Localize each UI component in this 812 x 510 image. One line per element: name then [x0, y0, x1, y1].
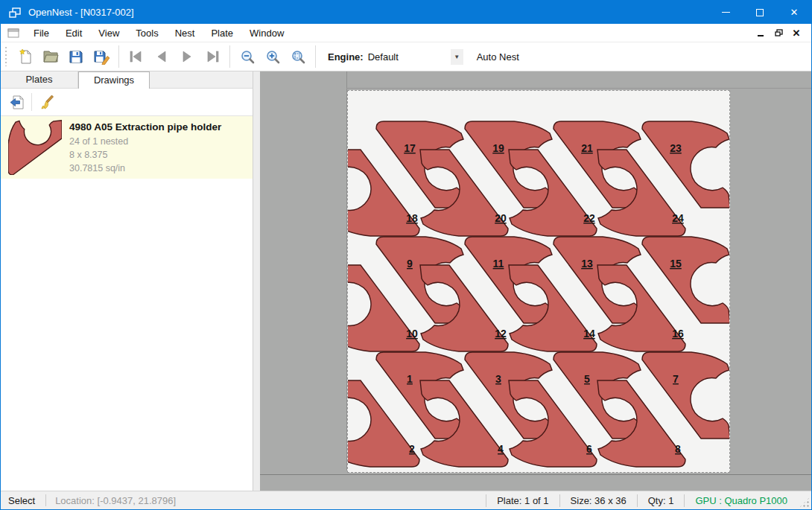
drawing-list-empty-area: [1, 179, 253, 491]
menu-plate[interactable]: Plate: [203, 25, 241, 41]
title-bar: OpenNest - [N0317-002] ✕: [1, 1, 811, 24]
auto-nest-button[interactable]: Auto Nest: [472, 48, 524, 66]
plate-sheet[interactable]: 171819202122232491011121314151612345678: [347, 90, 730, 473]
part-number-label: 24: [672, 212, 684, 224]
main-area: Plates Drawings: [1, 71, 811, 491]
tab-drawings[interactable]: Drawings: [78, 71, 150, 89]
drawing-list-item[interactable]: 4980 A05 Extraction pipe holder 24 of 1 …: [1, 116, 253, 179]
maximize-button[interactable]: [743, 1, 777, 24]
part-number-label: 13: [581, 258, 593, 270]
go-last-button[interactable]: [200, 45, 225, 68]
part-number-label: 22: [583, 212, 595, 224]
go-previous-icon: [154, 49, 169, 64]
nested-parts-layer: 171819202122232491011121314151612345678: [348, 121, 729, 467]
menu-nest[interactable]: Nest: [167, 25, 203, 41]
menu-tools[interactable]: Tools: [127, 25, 166, 41]
go-previous-button[interactable]: [149, 45, 174, 68]
menu-bar: File Edit View Tools Nest Plate Window ✕: [1, 24, 811, 42]
go-next-icon: [180, 49, 194, 64]
document-icon: [7, 28, 19, 38]
status-bar: Select Location: [-0.9437, 21.8796] Plat…: [1, 491, 811, 509]
main-toolbar: Engine: Default ▼ Auto Nest: [1, 42, 811, 71]
mdi-minimize-button[interactable]: [752, 25, 770, 40]
app-icon: [9, 7, 21, 18]
go-first-icon: [128, 49, 145, 64]
part-number-label: 6: [586, 443, 592, 455]
save-as-button[interactable]: [89, 45, 114, 68]
open-file-icon: [42, 49, 60, 64]
save-as-icon: [93, 49, 110, 65]
menu-edit[interactable]: Edit: [57, 25, 90, 41]
import-drawing-button[interactable]: [5, 91, 28, 113]
zoom-fit-icon: [291, 49, 306, 65]
part-number-label: 14: [583, 328, 595, 340]
zoom-in-icon: [265, 49, 281, 65]
zoom-out-button[interactable]: [235, 45, 260, 68]
status-mode: Select: [1, 495, 45, 506]
part-outline: [8, 121, 62, 175]
part-number-label: 21: [581, 142, 593, 154]
engine-select[interactable]: Default ▼: [368, 49, 463, 65]
engine-label: Engine:: [328, 51, 364, 63]
mdi-restore-button[interactable]: [770, 25, 787, 40]
tab-strip: Plates Drawings: [1, 71, 253, 89]
part-number-label: 12: [495, 328, 507, 340]
chevron-down-icon[interactable]: ▼: [451, 49, 463, 65]
canvas-divider-bottom: [260, 474, 811, 475]
part-number-label: 11: [493, 258, 504, 270]
open-file-button[interactable]: [38, 45, 63, 68]
new-file-icon: [17, 48, 34, 65]
side-panel: Plates Drawings: [1, 71, 253, 491]
part-number-label: 1: [407, 373, 413, 385]
part-number-label: 7: [673, 373, 679, 385]
status-qty: Qty: 1: [637, 494, 685, 507]
part-number-label: 4: [498, 443, 504, 455]
part-number-label: 18: [406, 212, 418, 224]
app-window: OpenNest - [N0317-002] ✕ File Edit View …: [0, 0, 812, 510]
part-number-label: 20: [495, 212, 507, 224]
resize-grip[interactable]: [799, 497, 810, 508]
menu-view[interactable]: View: [90, 25, 127, 41]
part-number-label: 5: [584, 373, 590, 385]
zoom-in-button[interactable]: [260, 45, 285, 68]
zoom-fit-button[interactable]: [285, 45, 311, 68]
new-file-button[interactable]: [13, 45, 38, 68]
status-size: Size: 36 x 36: [559, 494, 637, 507]
part-number-label: 8: [675, 443, 681, 455]
clear-drawings-button[interactable]: [36, 91, 58, 113]
drawing-area: 30.7815 sq/in: [69, 162, 253, 175]
part-number-label: 19: [492, 142, 504, 154]
page-back-arrow-icon: [8, 95, 25, 110]
panel-splitter[interactable]: [253, 71, 260, 491]
nest-canvas[interactable]: 171819202122232491011121314151612345678: [260, 71, 811, 491]
menu-window[interactable]: Window: [241, 25, 292, 41]
drawings-toolbar: [1, 89, 253, 116]
go-last-icon: [204, 49, 221, 64]
zoom-out-icon: [240, 49, 256, 65]
mdi-close-button[interactable]: ✕: [787, 25, 805, 40]
minimize-button[interactable]: [708, 1, 743, 24]
close-button[interactable]: ✕: [777, 1, 811, 24]
part-number-label: 16: [672, 328, 684, 340]
part-number-label: 2: [409, 443, 415, 455]
go-first-button[interactable]: [124, 45, 149, 68]
part-number-label: 3: [495, 373, 501, 385]
drawing-size: 8 x 8.375: [69, 148, 253, 162]
menu-file[interactable]: File: [25, 25, 57, 41]
status-location: Location: [-0.9437, 21.8796]: [46, 495, 185, 506]
window-title: OpenNest - [N0317-002]: [28, 7, 134, 18]
tab-plates[interactable]: Plates: [1, 71, 78, 88]
part-thumbnail: [1, 120, 69, 175]
status-plate: Plate: 1 of 1: [486, 494, 559, 507]
save-button[interactable]: [63, 45, 89, 68]
status-gpu: GPU : Quadro P1000: [684, 494, 798, 507]
broom-icon: [39, 94, 55, 110]
part-number-label: 9: [407, 258, 413, 270]
part-number-label: 17: [404, 142, 416, 154]
drawing-title: 4980 A05 Extraction pipe holder: [69, 121, 253, 133]
part-number-label: 10: [406, 328, 418, 340]
save-icon: [69, 49, 83, 64]
part-number-label: 23: [670, 142, 682, 154]
go-next-button[interactable]: [174, 45, 200, 68]
toolbar-grip[interactable]: [4, 47, 8, 66]
